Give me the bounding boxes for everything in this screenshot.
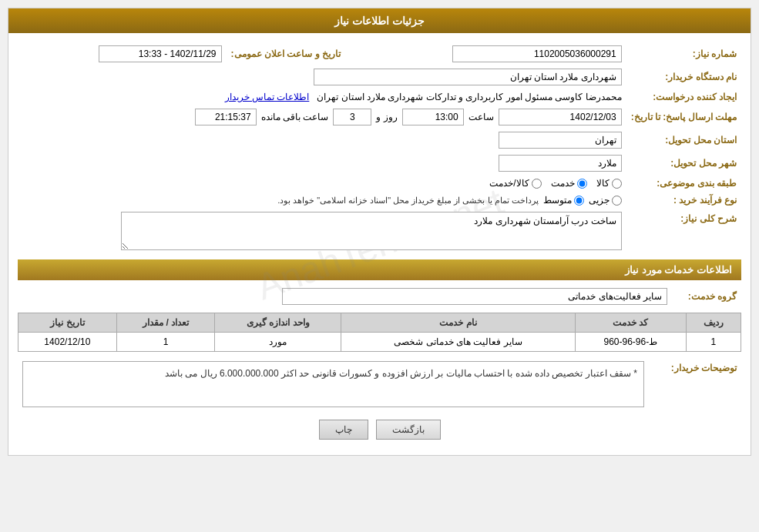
province-value: تهران — [499, 132, 622, 149]
col-row: ردیف — [686, 313, 741, 333]
service-group-label: گروه خدمت: — [672, 285, 741, 308]
announce-datetime-value: 1402/11/29 - 13:33 — [99, 45, 222, 62]
col-unit: واحد اندازه گیری — [215, 313, 341, 333]
city-value: ملارد — [499, 155, 622, 172]
print-button[interactable]: چاپ — [319, 420, 368, 440]
buyer-notes-label: توضیحات خریدار: — [649, 358, 741, 410]
service-group-value: سایر فعالیت‌های خدماتی — [282, 288, 667, 305]
province-label: استان محل تحویل: — [626, 129, 741, 152]
deadline-days: 3 — [333, 109, 371, 125]
category-kala[interactable]: کالا — [596, 178, 622, 189]
announce-datetime-label: تاریخ و ساعت اعلان عمومی: — [227, 42, 345, 65]
purchase-type-jozi[interactable]: جزیی — [589, 195, 622, 206]
purchase-type-motavasset[interactable]: متوسط — [543, 195, 584, 206]
col-quantity: تعداد / مقدار — [116, 313, 215, 333]
buyer-notes-value: * سقف اعتبار تخصیص داده شده با احتساب ما… — [22, 361, 644, 407]
contact-link[interactable]: اطلاعات تماس خریدار — [225, 92, 310, 102]
deadline-date: 1402/12/03 — [499, 109, 622, 125]
deadline-time: 13:00 — [402, 109, 464, 125]
deadline-day-label: روز و — [376, 112, 397, 122]
deadline-time-label: ساعت — [468, 112, 494, 122]
creator-value: محمدرضا کاوسی مسئول امور کاربرداری و تدا… — [317, 92, 621, 102]
purchase-type-label: نوع فرآیند خرید : — [626, 192, 741, 209]
category-kala-khedmat[interactable]: کالا/خدمت — [489, 178, 541, 189]
deadline-remain-label: ساعت باقی مانده — [261, 112, 329, 122]
col-date: تاریخ نیاز — [18, 313, 117, 333]
general-desc-textarea[interactable]: ساخت درب آرامستان شهرداری ملارد — [121, 212, 622, 250]
category-label: طبقه بندی موضوعی: — [626, 175, 741, 192]
col-name: نام خدمت — [341, 313, 576, 333]
back-button[interactable]: بازگشت — [376, 420, 441, 440]
category-khedmat[interactable]: خدمت — [551, 178, 587, 189]
panel-title: جزئیات اطلاعات نیاز — [334, 15, 425, 27]
panel-header: جزئیات اطلاعات نیاز — [8, 8, 751, 33]
col-code: کد خدمت — [575, 313, 686, 333]
buyer-org-value: شهرداری ملارد استان تهران — [314, 69, 622, 85]
creator-label: ایجاد کننده درخواست: — [626, 89, 741, 105]
table-row: 1 ط-96-96-960 سایر فعالیت های خدماتی شخص… — [18, 333, 741, 352]
need-number-value: 1102005036000291 — [452, 45, 622, 62]
buttons-row: بازگشت چاپ — [18, 420, 741, 446]
services-section-header: اطلاعات خدمات مورد نیاز — [18, 259, 741, 280]
city-label: شهر محل تحویل: — [626, 152, 741, 175]
deadline-label: مهلت ارسال پاسخ: تا تاریخ: — [626, 105, 741, 129]
purchase-type-note: پرداخت تمام یا بخشی از مبلغ خریداز محل "… — [277, 196, 539, 206]
general-desc-label: شرح کلی نیاز: — [626, 209, 741, 253]
need-number-label: شماره نیاز: — [626, 42, 741, 65]
buyer-org-label: نام دستگاه خریدار: — [626, 65, 741, 89]
deadline-remain-time: 21:15:37 — [195, 109, 257, 125]
